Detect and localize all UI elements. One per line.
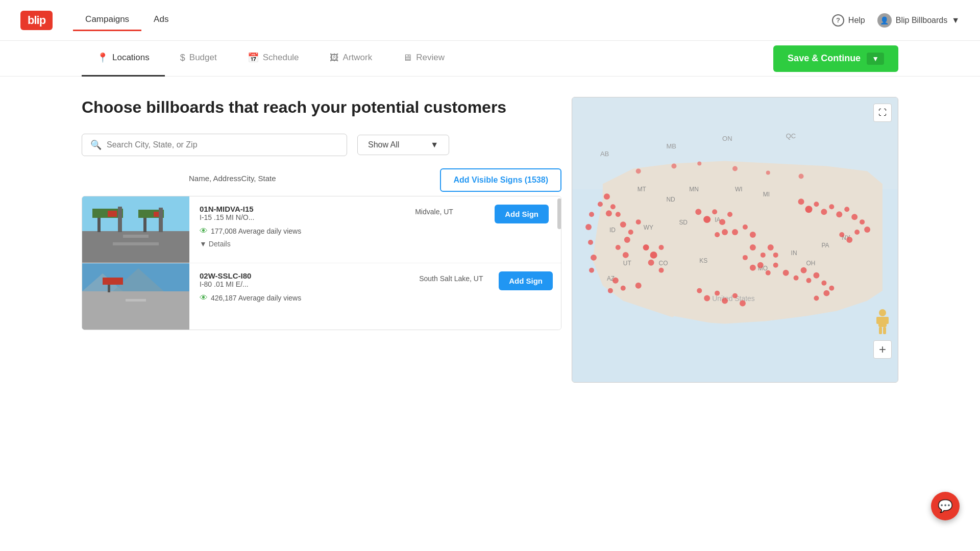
col-name-header: Name, Address: [189, 174, 241, 183]
chat-button[interactable]: 💬: [931, 492, 960, 520]
svg-point-97: [801, 267, 807, 273]
svg-text:UT: UT: [623, 260, 632, 267]
svg-point-124: [879, 309, 886, 316]
billboard-list: 01N-MIDVA-I15 I-15 .15 MI N/O... 👁 177,0…: [82, 196, 561, 330]
svg-point-69: [591, 255, 597, 261]
svg-point-51: [620, 221, 626, 228]
svg-text:CO: CO: [659, 260, 668, 267]
tab-budget[interactable]: $ Budget: [165, 41, 232, 77]
right-panel: AB MB ON QC MT ND MN WI MI ID WY SD IA C…: [572, 97, 898, 383]
header: blip Campaigns Ads ? Help 👤 Blip Billboa…: [0, 0, 980, 41]
help-label: Help: [848, 16, 865, 25]
tab-review-label: Review: [416, 53, 445, 63]
save-continue-dropdown-arrow: ▼: [867, 53, 884, 65]
billboard-id-2: 02W-SSLC-I80: [200, 271, 404, 280]
svg-rect-3: [113, 242, 159, 245]
svg-point-98: [806, 278, 812, 283]
map-expand-button[interactable]: ⛶: [873, 104, 892, 122]
svg-point-104: [750, 244, 756, 251]
svg-point-52: [628, 230, 633, 235]
billboard-address-2: I-80 .01 MI E/...: [200, 280, 404, 288]
svg-point-77: [715, 232, 720, 237]
svg-point-87: [844, 207, 849, 212]
add-sign-button-2[interactable]: Add Sign: [499, 271, 553, 290]
svg-rect-129: [883, 327, 886, 334]
map-pegman[interactable]: [873, 309, 892, 337]
artwork-icon: 🖼: [330, 53, 339, 63]
tab-locations[interactable]: 📍 Locations: [82, 41, 165, 77]
filter-dropdown[interactable]: Show All ▼: [357, 135, 449, 155]
svg-point-59: [659, 245, 664, 250]
billboard-city-1: Midvale, UT: [410, 196, 486, 219]
svg-point-105: [761, 253, 766, 258]
svg-rect-11: [159, 208, 163, 232]
chevron-down-icon-1: ▼: [200, 240, 207, 248]
svg-point-106: [768, 244, 774, 251]
svg-point-101: [829, 286, 834, 291]
svg-point-102: [823, 290, 829, 296]
nav-campaigns[interactable]: Campaigns: [73, 9, 141, 31]
map-zoom-in-button[interactable]: +: [873, 340, 892, 359]
billboard-views-2: 👁 426,187 Average daily views: [200, 293, 404, 303]
help-button[interactable]: ? Help: [832, 14, 865, 27]
tab-review[interactable]: 🖥 Review: [387, 41, 460, 77]
add-sign-container-2: Add Sign: [491, 263, 561, 298]
svg-point-55: [616, 245, 621, 250]
details-link-1[interactable]: ▼ Details: [200, 240, 400, 248]
svg-point-112: [704, 295, 710, 302]
svg-point-57: [643, 244, 649, 251]
svg-point-100: [821, 281, 826, 286]
svg-point-68: [588, 240, 593, 245]
svg-point-64: [608, 288, 613, 293]
svg-point-61: [659, 268, 664, 273]
svg-point-76: [722, 229, 728, 235]
svg-point-114: [722, 298, 728, 304]
scrollbar-thumb: [557, 198, 561, 229]
review-icon: 🖥: [403, 53, 412, 63]
tab-nav-right: Save & Continue ▼: [773, 45, 898, 72]
svg-point-119: [671, 164, 676, 169]
svg-point-90: [864, 227, 870, 233]
svg-rect-6: [108, 211, 117, 217]
svg-point-93: [839, 232, 844, 237]
svg-point-95: [783, 270, 789, 276]
svg-point-80: [750, 232, 756, 238]
svg-point-103: [814, 296, 819, 301]
main-content: Choose billboards that reach your potent…: [0, 77, 980, 403]
nav-ads[interactable]: Ads: [141, 9, 181, 31]
svg-point-63: [621, 286, 626, 291]
search-box[interactable]: 🔍: [82, 134, 347, 156]
filter-arrow: ▼: [430, 140, 438, 149]
user-label: Blip Billboards: [896, 16, 947, 25]
user-menu[interactable]: 👤 Blip Billboards ▼: [877, 13, 960, 28]
svg-point-73: [712, 209, 717, 214]
tab-artwork[interactable]: 🖼 Artwork: [314, 41, 388, 77]
svg-point-56: [623, 252, 629, 258]
svg-point-58: [650, 252, 657, 259]
svg-point-94: [773, 263, 778, 268]
add-visible-signs-button[interactable]: Add Visible Signs (1538): [440, 168, 561, 192]
svg-point-78: [732, 229, 738, 235]
views-eye-icon-2: 👁: [200, 293, 208, 303]
svg-point-81: [798, 198, 804, 205]
svg-point-66: [589, 212, 594, 217]
svg-rect-126: [876, 317, 881, 324]
save-continue-label: Save & Continue: [788, 53, 861, 64]
svg-text:WY: WY: [644, 224, 653, 231]
add-sign-button-1[interactable]: Add Sign: [495, 205, 549, 223]
svg-point-48: [610, 204, 616, 209]
svg-text:PA: PA: [821, 242, 829, 249]
svg-point-82: [805, 206, 813, 213]
tab-schedule[interactable]: 📅 Schedule: [232, 41, 314, 77]
svg-point-96: [794, 276, 799, 281]
search-input[interactable]: [107, 140, 338, 149]
svg-point-99: [813, 272, 819, 279]
svg-point-118: [636, 169, 641, 174]
save-continue-button[interactable]: Save & Continue ▼: [773, 45, 898, 72]
svg-text:MB: MB: [666, 142, 676, 150]
svg-rect-127: [884, 317, 889, 324]
road-image-2: [82, 263, 189, 330]
svg-point-49: [606, 210, 612, 216]
svg-point-107: [773, 253, 778, 258]
help-icon: ?: [832, 14, 844, 27]
